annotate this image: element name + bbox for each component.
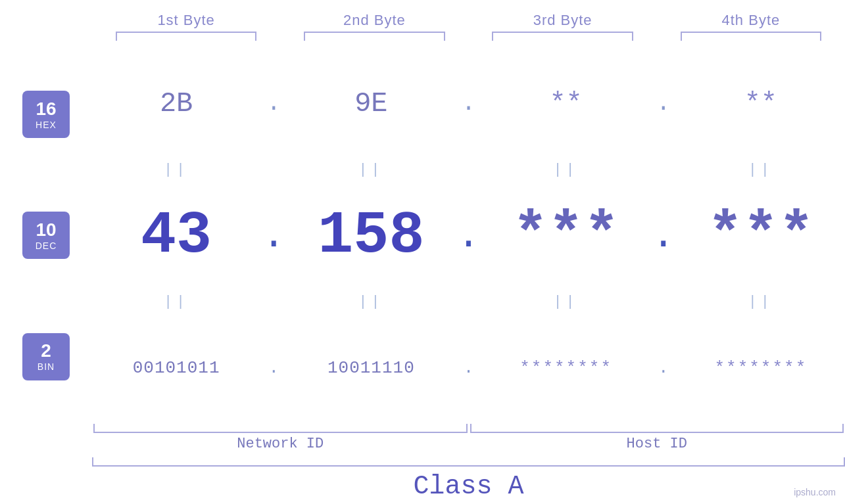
bin-byte1-cell: 00101011 — [92, 358, 260, 378]
class-bracket-row — [92, 457, 845, 467]
hex-byte2-value: 9E — [354, 88, 387, 120]
dec-dot2: . — [456, 214, 482, 258]
network-bracket — [93, 424, 468, 433]
bracket-4 — [681, 32, 822, 41]
bin-byte1-value: 00101011 — [133, 358, 220, 378]
bottom-brackets-row — [92, 424, 845, 433]
dec-badge-number: 10 — [36, 220, 56, 241]
dec-byte1-value: 43 — [141, 202, 212, 269]
hex-row: 2B . 9E . ** . ** — [92, 47, 845, 160]
class-section: Class A — [0, 457, 845, 504]
bracket-cell-2 — [280, 32, 468, 41]
equals-row-2: || || || || — [92, 292, 845, 311]
hex-dot2: . — [456, 90, 482, 117]
hex-byte3-cell: ** — [482, 88, 650, 120]
equals-row-1: || || || || — [92, 160, 845, 179]
eq2-cell-1: || — [92, 294, 260, 310]
bin-badge-number: 2 — [41, 341, 51, 361]
dec-byte4-cell: *** — [677, 202, 845, 269]
bracket-cell-1 — [92, 32, 280, 41]
hex-badge-label: HEX — [36, 120, 57, 130]
eq-cell-3: || — [482, 162, 650, 178]
hex-byte3-value: ** — [549, 88, 582, 120]
host-id-label: Host ID — [469, 436, 846, 452]
bin-badge: 2 BIN — [22, 333, 70, 380]
bracket-1 — [116, 32, 257, 41]
hex-dot1-symbol: . — [266, 90, 281, 117]
bracket-cell-4 — [657, 32, 845, 41]
bin-dot3: . — [650, 358, 677, 378]
dec-byte2-cell: 158 — [287, 202, 455, 269]
bracket-3 — [492, 32, 633, 41]
dec-dot3-symbol: . — [652, 214, 675, 258]
dec-byte4-value: *** — [708, 202, 814, 269]
dec-badge-label: DEC — [36, 241, 57, 251]
data-columns: 2B . 9E . ** . ** — [92, 47, 845, 424]
labels-column: 16 HEX 10 DEC 2 BIN — [0, 47, 92, 424]
eq-cell-4: || — [677, 162, 845, 178]
bin-dot1-symbol: . — [268, 358, 279, 378]
dec-badge: 10 DEC — [22, 212, 70, 259]
bin-byte4-cell: ******** — [677, 358, 845, 378]
bin-byte3-cell: ******** — [482, 358, 650, 378]
bracket-cell-3 — [469, 32, 657, 41]
dec-row: 43 . 158 . *** . *** — [92, 179, 845, 292]
hex-byte1-value: 2B — [160, 88, 193, 120]
dec-dot1-symbol: . — [262, 214, 285, 258]
eq-cell-2: || — [287, 162, 455, 178]
bin-byte2-cell: 10011110 — [287, 358, 455, 378]
byte-1-header: 1st Byte — [92, 12, 280, 29]
network-id-label: Network ID — [92, 436, 469, 452]
dec-byte1-cell: 43 — [92, 202, 260, 269]
class-bracket — [92, 457, 845, 467]
bin-byte2-value: 10011110 — [327, 358, 415, 378]
eq2-cell-4: || — [677, 294, 845, 310]
eq2-cell-3: || — [482, 294, 650, 310]
top-brackets — [0, 32, 845, 41]
bin-dot1: . — [260, 358, 287, 378]
class-label: Class A — [92, 467, 845, 504]
header-row: 1st Byte 2nd Byte 3rd Byte 4th Byte — [0, 12, 845, 29]
hex-dot1: . — [260, 90, 287, 117]
watermark: ipshu.com — [794, 487, 836, 497]
dec-byte2-value: 158 — [318, 202, 424, 269]
hex-byte2-cell: 9E — [287, 88, 455, 120]
bottom-label-row: Network ID Host ID — [92, 436, 845, 452]
dec-byte3-value: *** — [513, 202, 619, 269]
main-container: 1st Byte 2nd Byte 3rd Byte 4th Byte 16 H… — [0, 0, 845, 504]
bin-byte3-value: ******** — [519, 358, 612, 378]
byte-3-header: 3rd Byte — [469, 12, 657, 29]
byte-4-header: 4th Byte — [657, 12, 845, 29]
bin-dot3-symbol: . — [658, 358, 669, 378]
hex-dot3: . — [650, 90, 677, 117]
dec-dot3: . — [650, 214, 677, 258]
bin-row: 00101011 . 10011110 . ******** . — [92, 311, 845, 424]
eq2-cell-2: || — [287, 294, 455, 310]
bottom-section: Network ID Host ID — [0, 424, 845, 452]
bin-dot2: . — [456, 358, 482, 378]
dec-byte3-cell: *** — [482, 202, 650, 269]
hex-badge-number: 16 — [36, 99, 56, 120]
hex-badge: 16 HEX — [22, 91, 70, 138]
hex-byte4-value: ** — [744, 88, 777, 120]
hex-byte1-cell: 2B — [92, 88, 260, 120]
bin-dot2-symbol: . — [464, 358, 474, 378]
bracket-2 — [304, 32, 445, 41]
dec-dot2-symbol: . — [456, 214, 480, 258]
eq-cell-1: || — [92, 162, 260, 178]
hex-dot3-symbol: . — [656, 90, 671, 117]
bin-byte4-value: ******** — [714, 358, 807, 378]
host-bracket — [470, 424, 844, 433]
content-area: 16 HEX 10 DEC 2 BIN 2B . — [0, 47, 845, 424]
byte-2-header: 2nd Byte — [280, 12, 468, 29]
bin-badge-label: BIN — [37, 361, 55, 372]
hex-dot2-symbol: . — [462, 90, 476, 117]
dec-dot1: . — [260, 214, 287, 258]
hex-byte4-cell: ** — [677, 88, 845, 120]
